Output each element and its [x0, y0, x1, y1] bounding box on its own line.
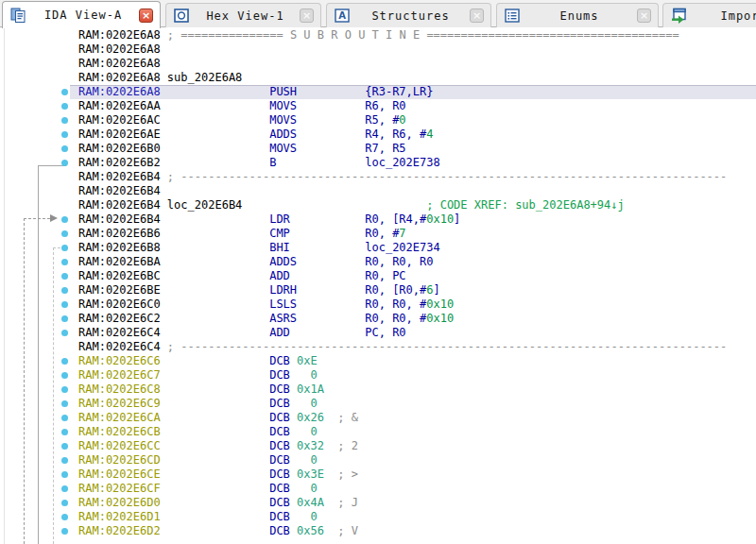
listing-text: DCB	[269, 368, 290, 382]
tab-close-button[interactable]: ×	[470, 8, 484, 23]
listing-text: BHI	[269, 241, 290, 255]
code-byte-dot-icon	[61, 415, 68, 421]
listing-row[interactable]: RAM:0202E6BCADDR0, PC	[0, 269, 756, 283]
listing-row[interactable]: RAM:0202E6CEDCB0x3E; >	[0, 468, 756, 482]
address: RAM:0202E6C4	[78, 340, 161, 354]
listing-text: CMP	[269, 227, 290, 241]
listing-row[interactable]: RAM:0202E6B8BHIloc_202E734	[0, 241, 756, 255]
listing-text: 0x26	[297, 411, 324, 425]
listing-row[interactable]: RAM:0202E6B4LDRR0, [R4,#0x10]	[0, 212, 756, 227]
listing-row[interactable]: RAM:0202E6A8	[0, 57, 756, 71]
address: RAM:0202E6BC	[78, 269, 161, 283]
code-byte-dot-icon	[61, 500, 68, 506]
listing-text: R7, R5	[365, 142, 405, 156]
tab-close-button[interactable]: ×	[637, 8, 651, 23]
listing-text: 0	[399, 113, 405, 128]
listing-row[interactable]: RAM:0202E6B6CMPR0, #7	[0, 227, 756, 241]
code-byte-dot-icon	[61, 287, 68, 294]
listing-text: ADDS	[269, 255, 297, 269]
tab-label: Hex View-1	[195, 9, 296, 23]
code-byte-dot-icon	[61, 528, 68, 535]
listing-text: R0, [R0,#	[365, 283, 426, 298]
listing-row[interactable]: RAM:0202E6CDDCB0	[0, 453, 756, 468]
listing-row[interactable]: RAM:0202E6A8; =============== S U B R O …	[0, 28, 756, 42]
tab-ida-view[interactable]: IDA View-A×	[2, 1, 161, 28]
address: RAM:0202E6CA	[78, 411, 161, 425]
listing-row[interactable]: RAM:0202E6CADCB0x26; &	[0, 411, 756, 425]
tab-label: Structures	[355, 9, 466, 23]
enums-icon	[504, 7, 522, 25]
structures-icon: A	[334, 7, 352, 25]
address: RAM:0202E6B0	[78, 142, 161, 156]
listing-text: 0	[310, 510, 317, 524]
listing-row[interactable]: RAM:0202E6ACMOVSR5, #0	[0, 113, 756, 128]
listing-row[interactable]: RAM:0202E6B4; --------------------------…	[0, 170, 756, 184]
address: RAM:0202E6B8	[78, 241, 161, 255]
code-byte-dot-icon	[61, 245, 68, 251]
listing-text: ; =============== S U B R O U T I N E ==…	[167, 28, 679, 42]
tab-close-button[interactable]: ×	[300, 8, 314, 23]
listing-row[interactable]: RAM:0202E6AEADDSR4, R6, #4	[0, 128, 756, 142]
tab-enums[interactable]: Enums×	[496, 3, 659, 27]
listing-text: 0x10	[426, 312, 454, 326]
listing-text: 0x1A	[297, 382, 324, 397]
listing-row[interactable]: RAM:0202E6CFDCB0	[0, 482, 756, 496]
code-byte-dot-icon	[61, 443, 68, 450]
listing-row[interactable]: RAM:0202E6B4loc_202E6B4; CODE XREF: sub_…	[0, 198, 756, 212]
listing-row[interactable]: RAM:0202E6B4	[0, 184, 756, 198]
listing-row[interactable]: RAM:0202E6D1DCB0	[0, 510, 756, 524]
tab-imports[interactable]: Impor×	[662, 3, 756, 27]
address: RAM:0202E6C7	[78, 368, 161, 382]
listing-row[interactable]: RAM:0202E6C9DCB0	[0, 397, 756, 411]
listing-row[interactable]: RAM:0202E6C8DCB0x1A	[0, 382, 756, 397]
listing-text: LDRH	[269, 283, 297, 298]
tab-label: Impor	[692, 9, 756, 23]
listing-row[interactable]: RAM:0202E6A8PUSH{R3-R7,LR}	[0, 85, 756, 99]
listing-text: MOVS	[269, 142, 297, 156]
address: RAM:0202E6BE	[78, 283, 161, 298]
listing-row[interactable]: RAM:0202E6AAMOVSR6, R0	[0, 99, 756, 113]
listing-row[interactable]: RAM:0202E6C4; --------------------------…	[0, 340, 756, 354]
listing-row[interactable]: RAM:0202E6C0LSLSR0, R0, #0x10	[0, 298, 756, 312]
listing-text: 0x4A	[297, 496, 324, 510]
listing-row[interactable]: RAM:0202E6C7DCB0	[0, 368, 756, 382]
tab-hex-view[interactable]: Hex View-1×	[165, 3, 321, 27]
listing-text: 0	[310, 425, 317, 439]
tab-close-button[interactable]: ×	[139, 8, 153, 23]
address: RAM:0202E6C9	[78, 397, 161, 411]
listing-text: 0	[310, 482, 317, 496]
listing-row[interactable]: RAM:0202E6A8sub_202E6A8	[0, 71, 756, 85]
listing-row[interactable]: RAM:0202E6C4ADDPC, R0	[0, 326, 756, 340]
listing-row[interactable]: RAM:0202E6B0MOVSR7, R5	[0, 142, 756, 156]
ida-window: IDA View-A×Hex View-1×AStructures×Enums×…	[0, 0, 756, 544]
listing-row[interactable]: RAM:0202E6BAADDSR0, R0, R0	[0, 255, 756, 269]
address: RAM:0202E6A8	[78, 42, 161, 57]
code-byte-dot-icon	[61, 514, 68, 520]
listing-row[interactable]: RAM:0202E6CCDCB0x32; 2	[0, 439, 756, 453]
listing-row[interactable]: RAM:0202E6B2Bloc_202E738	[0, 156, 756, 170]
listing-text: ]	[433, 283, 439, 298]
tab-bar: IDA View-A×Hex View-1×AStructures×Enums×…	[0, 0, 756, 27]
listing-text: MOVS	[269, 99, 297, 113]
listing-text: DCB	[269, 354, 290, 368]
imports-icon	[670, 7, 688, 25]
tab-structures[interactable]: AStructures×	[326, 3, 491, 27]
listing-text: 7	[399, 227, 405, 241]
listing-row[interactable]: RAM:0202E6C2ASRSR0, R0, #0x10	[0, 312, 756, 326]
tab-label: Enums	[525, 9, 633, 23]
listing-text: DCB	[269, 468, 290, 482]
listing-row[interactable]: RAM:0202E6BELDRHR0, [R0,#6]	[0, 283, 756, 298]
address: RAM:0202E6CB	[78, 425, 161, 439]
address: RAM:0202E6BA	[78, 255, 161, 269]
address: RAM:0202E6C6	[78, 354, 161, 368]
listing-row[interactable]: RAM:0202E6D0DCB0x4A; J	[0, 496, 756, 510]
disassembly-view: RAM:0202E6A8; =============== S U B R O …	[0, 27, 756, 544]
address: RAM:0202E6AE	[78, 128, 161, 142]
listing-row[interactable]: RAM:0202E6C6DCB0xE	[0, 354, 756, 368]
listing-row[interactable]: RAM:0202E6CBDCB0	[0, 425, 756, 439]
listing-row[interactable]: RAM:0202E6D2DCB0x56; V	[0, 524, 756, 538]
listing-text: MOVS	[269, 113, 297, 128]
address: RAM:0202E6D0	[78, 496, 161, 510]
listing-row[interactable]: RAM:0202E6A8	[0, 42, 756, 57]
address: RAM:0202E6CE	[78, 468, 161, 482]
